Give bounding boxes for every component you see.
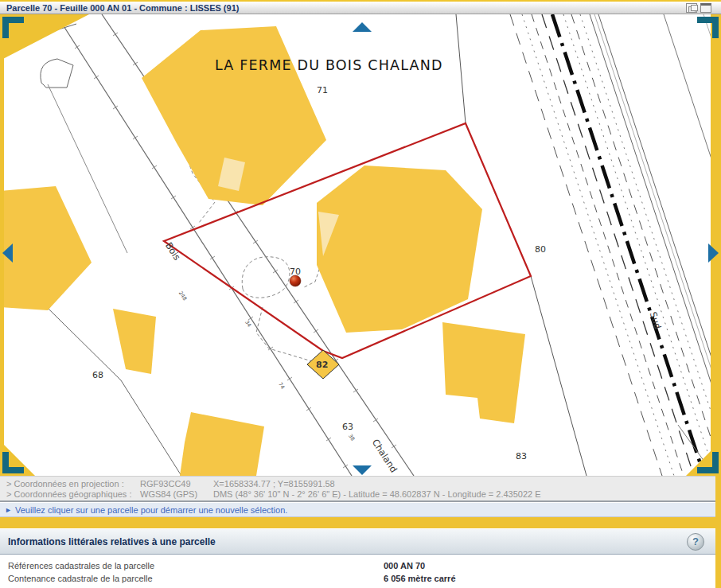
map-viewport[interactable]: LA FERME DU BOIS CHALAND 71 80 68 70 82 … <box>0 14 721 476</box>
cadastral-references-row: Références cadastrales de la parcelle 00… <box>0 560 715 573</box>
page-title: Parcelle 70 - Feuille 000 AN 01 - Commun… <box>0 3 686 13</box>
geographic-value: DMS (48° 36' 10" N - 2° 26' 6" E) - Lati… <box>213 489 715 500</box>
projection-coordinates-row: > Coordonnées en projection : RGF93CC49 … <box>0 479 715 489</box>
separator-band <box>0 517 721 528</box>
projection-value: X=1658334.77 ; Y=8155991.58 <box>213 479 715 489</box>
geographic-system: WGS84 (GPS) <box>140 489 213 500</box>
cadastral-area-label: Contenance cadastrale de la parcelle <box>8 574 153 583</box>
parcel-label-70[interactable]: 70 <box>290 267 301 277</box>
projection-system: RGF93CC49 <box>140 479 213 489</box>
parcel-label-71[interactable]: 71 <box>317 85 328 95</box>
help-icon[interactable]: ? <box>687 533 704 551</box>
projection-label: > Coordonnées en projection : <box>6 479 140 489</box>
info-panel-title: Informations littérales relatives à une … <box>0 536 687 547</box>
selected-parcel-marker <box>290 275 301 286</box>
cadastral-area-value: 6 056 mètre carré <box>384 574 456 583</box>
parcel-label-82[interactable]: 82 <box>316 360 328 370</box>
parcel-label-80[interactable]: 80 <box>535 244 546 255</box>
parcel-label-68[interactable]: 68 <box>92 370 103 380</box>
info-panel-header: Informations littérales relatives à une … <box>0 528 715 555</box>
cadastre-app: Parcelle 70 - Feuille 000 AN 01 - Commun… <box>0 0 721 588</box>
info-panel-rows: Références cadastrales de la parcelle 00… <box>0 555 715 588</box>
restore-window-icon[interactable] <box>686 3 697 13</box>
cadastral-map[interactable]: LA FERME DU BOIS CHALAND 71 80 68 70 82 … <box>0 14 721 476</box>
instruction-message: Veuillez cliquer sur une parcelle pour d… <box>15 505 287 515</box>
geographic-coordinates-row: > Coordonnées géographiques : WGS84 (GPS… <box>0 489 715 500</box>
cadastral-area-row: Contenance cadastrale de la parcelle 6 0… <box>0 573 715 586</box>
parcel-label-83[interactable]: 83 <box>516 451 527 461</box>
maximize-window-icon[interactable] <box>700 3 711 13</box>
map-title-bar: Parcelle 70 - Feuille 000 AN 01 - Commun… <box>0 0 721 14</box>
coordinates-panel: > Coordonnées en projection : RGF93CC49 … <box>0 476 715 502</box>
bullet-arrow-icon: ► <box>0 506 15 514</box>
cadastral-references-value: 000 AN 70 <box>384 561 425 570</box>
geographic-label: > Coordonnées géographiques : <box>6 489 140 500</box>
place-name-label: LA FERME DU BOIS CHALAND <box>215 57 443 73</box>
instruction-message-bar: ► Veuillez cliquer sur une parcelle pour… <box>0 502 715 517</box>
parcel-label-63[interactable]: 63 <box>342 422 353 432</box>
window-controls <box>686 3 721 13</box>
cadastral-references-label: Références cadastrales de la parcelle <box>8 561 154 570</box>
